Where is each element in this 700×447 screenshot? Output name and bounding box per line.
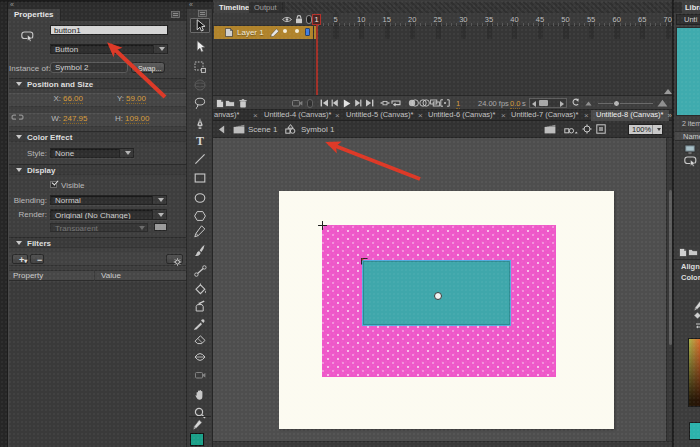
tool-hand[interactable]: [190, 388, 210, 403]
playhead-marker[interactable]: 1: [312, 14, 321, 25]
color-picker-gradient[interactable]: [688, 338, 700, 407]
swap-button[interactable]: Swap...: [131, 62, 165, 73]
tool-paint-brush[interactable]: [190, 243, 210, 258]
close-tab-icon[interactable]: ×: [501, 111, 506, 120]
y-value[interactable]: 59.00: [126, 94, 146, 104]
step-forward-icon[interactable]: [354, 99, 362, 107]
zoom-out-frames-icon[interactable]: [585, 101, 592, 106]
stage-pasteboard[interactable]: [213, 138, 672, 447]
close-tab-icon[interactable]: ×: [335, 111, 340, 120]
tab-properties[interactable]: Properties: [8, 9, 61, 21]
tool-ink-bottle[interactable]: [190, 299, 210, 314]
go-to-first-frame-icon[interactable]: [320, 99, 329, 107]
tool-3d-rotation[interactable]: [190, 77, 210, 92]
layer-row[interactable]: Layer 1: [214, 26, 318, 39]
tool-free-transform[interactable]: [190, 59, 210, 74]
style-select[interactable]: None: [50, 148, 134, 158]
tool-line[interactable]: [190, 152, 210, 167]
instance-of-field[interactable]: Symbol 2: [50, 62, 128, 73]
outer-rectangle-shape[interactable]: [322, 225, 556, 377]
tool-subselection[interactable]: [190, 39, 210, 54]
edit-symbols-icon[interactable]: [564, 124, 578, 134]
document-tab[interactable]: Untitled-5 (Canvas)*: [346, 110, 414, 120]
tool-lasso[interactable]: [190, 95, 210, 110]
tool-text[interactable]: T: [190, 133, 210, 148]
inner-rectangle-symbol[interactable]: [362, 260, 511, 326]
frame-size-slider[interactable]: [598, 103, 653, 104]
timeline-scrollbar[interactable]: [529, 98, 567, 108]
center-frame-icon[interactable]: [380, 99, 390, 107]
instance-name-input[interactable]: [50, 25, 168, 35]
tab-output[interactable]: Output: [249, 2, 283, 13]
go-to-last-frame-icon[interactable]: [365, 99, 374, 107]
link-width-height-icon[interactable]: [11, 112, 24, 122]
library-item-button-icon[interactable]: [684, 156, 697, 167]
panel-color[interactable]: Color: [681, 273, 700, 282]
w-value[interactable]: 247.95: [63, 114, 87, 124]
tool-oval[interactable]: [190, 190, 210, 205]
panel-menu-icon[interactable]: [198, 10, 208, 18]
close-tab-icon[interactable]: ×: [253, 111, 258, 120]
tool-eyedropper[interactable]: [190, 317, 210, 332]
render-select[interactable]: Original (No Change): [50, 209, 167, 220]
camera-icon[interactable]: [292, 99, 303, 107]
tool-rectangle[interactable]: [190, 170, 210, 185]
horizontal-scrollbar[interactable]: [213, 441, 672, 447]
zoom-in-frames-icon[interactable]: [657, 99, 668, 107]
stage[interactable]: [279, 191, 614, 429]
document-tab-partial[interactable]: anvas)*: [214, 110, 239, 120]
section-position-size[interactable]: Position and Size: [9, 78, 187, 89]
playhead-line[interactable]: [316, 25, 318, 95]
breadcrumb-symbol[interactable]: Symbol 1: [301, 125, 334, 134]
section-display[interactable]: Display: [9, 164, 187, 175]
h-value[interactable]: 109.00: [125, 114, 149, 124]
visible-checkbox[interactable]: [50, 181, 57, 188]
tool-selection[interactable]: [190, 18, 210, 33]
tool-camera[interactable]: [190, 367, 210, 382]
play-icon[interactable]: [343, 99, 351, 108]
color-fill-icon[interactable]: [693, 311, 700, 320]
tool-paint-bucket[interactable]: [190, 281, 210, 296]
library-document-select[interactable]: Unti: [676, 14, 700, 25]
tool-pencil[interactable]: [190, 224, 210, 239]
new-folder-icon[interactable]: [225, 99, 235, 107]
tool-zoom[interactable]: [190, 405, 210, 420]
edit-multiple-frames-icon[interactable]: [430, 99, 440, 107]
reset-timeline-zoom-icon[interactable]: [571, 98, 580, 107]
onion-skin-icon[interactable]: [408, 99, 419, 107]
blending-select[interactable]: Normal: [50, 195, 167, 205]
section-color-effect[interactable]: Color Effect: [9, 131, 187, 142]
tool-eraser[interactable]: [190, 332, 210, 347]
document-tab[interactable]: Untitled-4 (Canvas)*: [264, 110, 332, 120]
layer-depth-icon[interactable]: [307, 99, 313, 108]
layer-outline-color-swatch[interactable]: [305, 28, 310, 36]
frame-rate-value[interactable]: 24.00 fps: [478, 100, 509, 108]
stroke-color-icon[interactable]: [192, 419, 203, 431]
library-new-folder-icon[interactable]: [688, 248, 698, 256]
library-item-symbol-icon[interactable]: [684, 144, 696, 154]
tool-bone[interactable]: [190, 263, 210, 278]
delete-layer-icon[interactable]: [239, 99, 247, 108]
close-tab-icon[interactable]: ×: [418, 111, 423, 120]
section-filters[interactable]: Filters: [9, 237, 187, 248]
instance-type-select[interactable]: Button: [50, 44, 168, 54]
onion-skin-outlines-icon[interactable]: [419, 99, 430, 107]
value-column-header[interactable]: Value: [94, 271, 121, 281]
elapsed-time-value[interactable]: 0.0: [510, 100, 520, 109]
timeline-scroll-up-icon[interactable]: [664, 89, 672, 94]
document-tab-active[interactable]: Untitled-8 (Canvas)*: [591, 110, 669, 121]
panel-align[interactable]: Align: [681, 262, 700, 271]
edit-scene-icon[interactable]: [544, 124, 556, 134]
library-name-column[interactable]: Name: [675, 131, 700, 141]
clip-content-icon[interactable]: [596, 124, 606, 134]
tool-width[interactable]: [190, 350, 210, 365]
collapse-dock-icon[interactable]: «: [10, 1, 13, 8]
new-layer-icon[interactable]: [216, 99, 224, 108]
collapse-dock-icon[interactable]: «: [189, 1, 192, 8]
loop-playback-icon[interactable]: [391, 99, 401, 107]
library-new-symbol-icon[interactable]: [679, 248, 687, 257]
layer-visible-dot[interactable]: [283, 29, 287, 33]
center-stage-icon[interactable]: [582, 124, 592, 134]
tool-pen[interactable]: [190, 116, 210, 131]
panel-menu-icon[interactable]: [171, 11, 181, 19]
